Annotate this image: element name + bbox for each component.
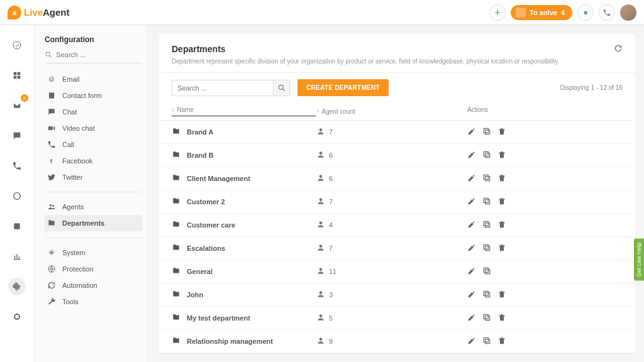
sidebar-item-facebook[interactable]: fFacebook xyxy=(45,153,142,169)
copy-button[interactable] xyxy=(482,243,491,253)
rail-call[interactable] xyxy=(8,157,26,175)
sidebar-item-label: Protection xyxy=(62,265,94,273)
folder-icon xyxy=(172,173,180,184)
col-name-header[interactable]: ↑Name xyxy=(172,106,316,116)
sidebar-item-video-chat[interactable]: Video chat xyxy=(45,120,142,136)
sidebar-item-tools[interactable]: Tools xyxy=(45,293,142,310)
copy-button[interactable] xyxy=(482,266,491,277)
svg-rect-41 xyxy=(484,291,488,295)
add-button[interactable] xyxy=(489,4,506,21)
live-help-tab[interactable]: Get Live Help xyxy=(634,239,644,281)
table-row[interactable]: Escalations7 xyxy=(159,237,635,260)
folder-icon xyxy=(172,313,180,323)
delete-button[interactable] xyxy=(497,150,506,160)
edit-button[interactable] xyxy=(467,150,476,160)
search-button[interactable] xyxy=(273,80,289,96)
person-icon xyxy=(316,197,325,207)
gear-icon xyxy=(12,282,22,292)
edit-button[interactable] xyxy=(467,127,476,137)
table-row[interactable]: Brand A7 xyxy=(159,121,635,144)
rail-settings[interactable] xyxy=(8,278,26,295)
edit-button[interactable] xyxy=(467,290,476,300)
sidebar-item-system[interactable]: System xyxy=(45,244,142,261)
sidebar-item-email[interactable]: @Email xyxy=(45,71,142,87)
edit-button[interactable] xyxy=(467,173,476,184)
copy-button[interactable] xyxy=(482,336,491,346)
delete-button[interactable] xyxy=(497,290,506,300)
sidebar-item-automation[interactable]: Automation xyxy=(45,277,142,293)
delete-button[interactable] xyxy=(497,243,506,253)
sidebar-item-call[interactable]: Call xyxy=(45,136,142,153)
edit-button[interactable] xyxy=(467,336,476,346)
sidebar-item-twitter[interactable]: Twitter xyxy=(45,169,142,185)
edit-button[interactable] xyxy=(467,197,476,207)
search-box xyxy=(172,80,290,96)
search-input[interactable] xyxy=(172,80,273,96)
folder-icon xyxy=(172,266,180,277)
sidebar-item-protection[interactable]: Protection xyxy=(45,261,142,277)
rail-reports[interactable] xyxy=(8,248,26,265)
person-icon xyxy=(316,150,325,160)
phone-button[interactable] xyxy=(599,4,615,21)
agent-count: 3 xyxy=(329,291,333,299)
copy-button[interactable] xyxy=(482,127,491,137)
delete-button[interactable] xyxy=(497,220,506,230)
table-row[interactable]: Customer 27 xyxy=(159,190,635,214)
panel-toolbar: CREATE DEPARTMENT Displaying 1 - 12 of 1… xyxy=(159,73,635,102)
edit-button[interactable] xyxy=(467,220,476,230)
copy-button[interactable] xyxy=(482,197,491,207)
mail-icon xyxy=(12,101,22,111)
edit-button[interactable] xyxy=(467,313,476,323)
sidebar-item-label: Chat xyxy=(62,108,77,116)
delete-button[interactable] xyxy=(497,336,506,346)
delete-button[interactable] xyxy=(497,313,506,323)
logo-icon: a xyxy=(8,6,21,19)
status-button[interactable]: ■ xyxy=(577,4,594,21)
sidebar-title: Configuration xyxy=(45,35,142,44)
rail-dashboard[interactable] xyxy=(8,36,26,54)
delete-button[interactable] xyxy=(497,127,506,137)
contacts-icon xyxy=(12,221,22,231)
sidebar-item-departments[interactable]: Departments xyxy=(45,215,142,231)
copy-button[interactable] xyxy=(482,290,491,300)
logo[interactable]: a LiveAgent xyxy=(8,6,70,19)
table-row[interactable]: Relationship management9 xyxy=(159,330,635,353)
copy-button[interactable] xyxy=(482,173,491,184)
rail-apps[interactable] xyxy=(8,67,26,84)
copy-button[interactable] xyxy=(482,220,491,230)
rail-ring[interactable] xyxy=(8,187,26,205)
sidebar-item-contact-form[interactable]: Contact form xyxy=(45,87,142,104)
sidebar-search[interactable] xyxy=(45,50,142,63)
table-row[interactable]: My test department5 xyxy=(159,307,635,330)
svg-rect-23 xyxy=(484,151,488,156)
avatar[interactable] xyxy=(620,4,636,21)
copy-button[interactable] xyxy=(482,150,491,160)
sidebar-item-agents[interactable]: Agents xyxy=(45,199,142,215)
sidebar-item-label: Agents xyxy=(62,203,84,211)
col-count-header[interactable]: ↑Agent count xyxy=(316,106,467,116)
sidebar-search-input[interactable] xyxy=(56,51,142,58)
table-row[interactable]: General11 xyxy=(159,260,635,283)
create-department-button[interactable]: CREATE DEPARTMENT xyxy=(297,79,389,96)
rail-extensions[interactable] xyxy=(8,308,26,326)
table-row[interactable]: Customer care4 xyxy=(159,214,635,237)
to-solve-button[interactable]: To solve 4 xyxy=(511,5,572,20)
table-row[interactable]: John3 xyxy=(159,283,635,307)
gear-icon xyxy=(47,248,56,257)
rail-chat[interactable] xyxy=(8,127,26,145)
person-icon xyxy=(316,173,325,184)
refresh-button[interactable] xyxy=(614,44,623,55)
table-row[interactable]: Brand B6 xyxy=(159,144,635,167)
copy-button[interactable] xyxy=(482,313,491,323)
rail-mail[interactable]: 5 xyxy=(8,97,26,114)
edit-button[interactable] xyxy=(467,243,476,253)
edit-button[interactable] xyxy=(467,266,476,277)
table-row[interactable]: Client Management6 xyxy=(159,167,635,190)
rail-contacts[interactable] xyxy=(8,217,26,235)
dept-name: Customer 2 xyxy=(187,198,225,206)
sidebar-item-chat[interactable]: Chat xyxy=(45,104,142,120)
svg-rect-46 xyxy=(486,339,490,344)
sidebar-divider xyxy=(45,192,142,192)
delete-button[interactable] xyxy=(497,197,506,207)
delete-button[interactable] xyxy=(497,173,506,184)
